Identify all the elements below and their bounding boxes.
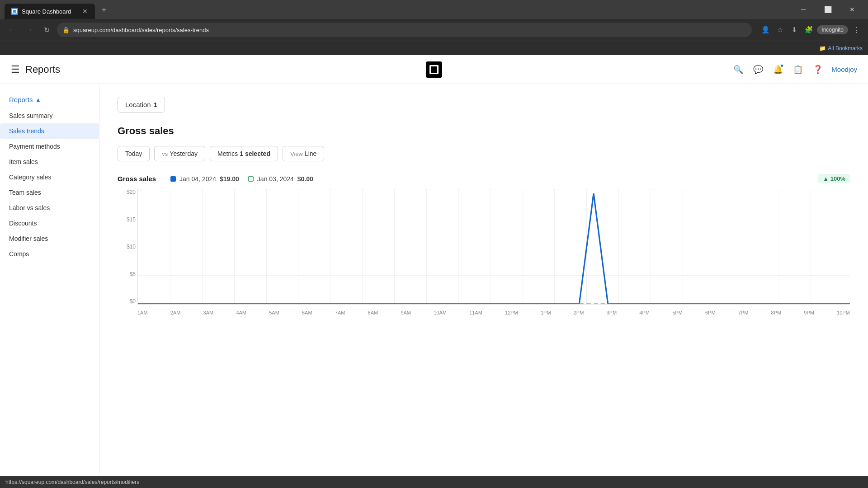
status-bar: https://squareup.com/dashboard/sales/rep… xyxy=(0,476,868,488)
x-label-2am: 2AM xyxy=(170,310,181,315)
x-label-1pm: 1PM xyxy=(541,310,551,315)
section-title: Gross sales xyxy=(118,125,850,137)
legend-today: Jan 04, 2024 $19.00 xyxy=(170,175,239,183)
sidebar-item-team-sales[interactable]: Team sales xyxy=(0,185,99,200)
sidebar-item-modifier-sales[interactable]: Modifier sales xyxy=(0,231,99,246)
x-label-9pm: 9PM xyxy=(804,310,814,315)
app-container: ☰ Reports 🔍 💬 🔔 📋 ❓ Moodjoy Reports ▲ S xyxy=(0,55,868,488)
sidebar-item-payment-methods[interactable]: Payment methods xyxy=(0,139,99,154)
square-logo[interactable] xyxy=(426,61,442,78)
star-icon[interactable]: ☆ xyxy=(774,23,786,36)
all-bookmarks-link[interactable]: 📁 All Bookmarks xyxy=(819,45,863,52)
user-name[interactable]: Moodjoy xyxy=(831,66,857,73)
yesterday-label: Yesterday xyxy=(170,150,198,157)
today-amount: $19.00 xyxy=(220,175,239,183)
x-label-10pm: 10PM xyxy=(837,310,850,315)
chart-plot-area xyxy=(137,189,850,305)
chart-container: Gross sales Jan 04, 2024 $19.00 Jan 03, … xyxy=(118,174,850,315)
x-label-6am: 6AM xyxy=(302,310,312,315)
message-icon[interactable]: 💬 xyxy=(750,61,766,78)
new-tab-button[interactable]: + xyxy=(98,4,110,16)
sidebar-item-comps[interactable]: Comps xyxy=(0,246,99,262)
view-filter-button[interactable]: View Line xyxy=(283,146,324,161)
x-label-4pm: 4PM xyxy=(639,310,650,315)
tab-title: Square Dashboard xyxy=(22,8,78,15)
maximize-button[interactable]: ⬜ xyxy=(817,2,838,17)
browser-tab[interactable]: Square Dashboard ✕ xyxy=(5,4,95,19)
browser-nav-icons: 👤 ☆ ⬇ 🧩 Incognito ⋮ xyxy=(759,23,863,36)
x-label-8pm: 8PM xyxy=(771,310,782,315)
sidebar-item-labor-vs-sales[interactable]: Labor vs sales xyxy=(0,200,99,216)
address-bar[interactable]: 🔒 squareup.com/dashboard/sales/reports/s… xyxy=(57,23,752,37)
legend-yesterday: Jan 03, 2024 $0.00 xyxy=(248,175,313,183)
x-label-10am: 10AM xyxy=(434,310,447,315)
tab-close-button[interactable]: ✕ xyxy=(81,8,89,15)
square-logo-inner xyxy=(429,65,439,74)
reload-button[interactable]: ↻ xyxy=(40,23,53,37)
x-label-3am: 3AM xyxy=(203,310,214,315)
yesterday-amount: $0.00 xyxy=(297,175,313,183)
main-content: Location 1 Gross sales Today vs Yesterda… xyxy=(99,84,868,488)
download-icon[interactable]: ⬇ xyxy=(788,23,801,36)
x-label-8am: 8AM xyxy=(368,310,378,315)
vs-label: vs xyxy=(162,150,168,157)
yesterday-date: Jan 03, 2024 xyxy=(257,175,294,183)
percentage-badge: ▲ 100% xyxy=(818,174,850,183)
chart-title: Gross sales xyxy=(118,175,156,183)
app-title: Reports xyxy=(25,64,60,75)
x-label-5pm: 5PM xyxy=(672,310,683,315)
x-label-2pm: 2PM xyxy=(574,310,584,315)
filter-bar: Today vs Yesterday Metrics 1 selected Vi… xyxy=(118,146,850,161)
view-label: View xyxy=(290,150,303,157)
minimize-button[interactable]: ─ xyxy=(793,2,814,17)
notification-dot xyxy=(780,64,783,67)
app-body: Reports ▲ Sales summary Sales trends Pay… xyxy=(0,84,868,488)
x-label-5am: 5AM xyxy=(269,310,279,315)
sidebar: Reports ▲ Sales summary Sales trends Pay… xyxy=(0,84,99,488)
today-filter-button[interactable]: Today xyxy=(118,146,150,161)
sidebar-section-header[interactable]: Reports ▲ xyxy=(0,93,99,106)
location-count: 1 xyxy=(154,101,157,108)
metrics-label: Metrics xyxy=(217,150,238,157)
y-label-0: $0 xyxy=(118,298,136,305)
metrics-filter-button[interactable]: Metrics 1 selected xyxy=(210,146,278,161)
browser-nav: ← → ↻ 🔒 squareup.com/dashboard/sales/rep… xyxy=(0,19,868,41)
bookmarks-bar: 📁 All Bookmarks xyxy=(0,41,868,55)
close-button[interactable]: ✕ xyxy=(842,2,863,17)
help-icon[interactable]: ❓ xyxy=(810,61,826,78)
sidebar-item-discounts[interactable]: Discounts xyxy=(0,216,99,231)
forward-button[interactable]: → xyxy=(23,23,36,37)
extensions-icon[interactable]: 🧩 xyxy=(802,23,815,36)
location-filter[interactable]: Location 1 xyxy=(118,97,165,113)
sidebar-item-sales-trends[interactable]: Sales trends xyxy=(0,123,99,139)
view-type: Line xyxy=(305,150,316,157)
yesterday-filter-button[interactable]: vs Yesterday xyxy=(154,146,205,161)
location-label: Location xyxy=(125,101,151,108)
sidebar-item-item-sales[interactable]: Item sales xyxy=(0,154,99,169)
x-label-7am: 7AM xyxy=(335,310,345,315)
y-label-20: $20 xyxy=(118,189,136,195)
sidebar-item-category-sales[interactable]: Category sales xyxy=(0,169,99,185)
chart-legend: Gross sales Jan 04, 2024 $19.00 Jan 03, … xyxy=(118,174,850,183)
x-label-7pm: 7PM xyxy=(738,310,749,315)
incognito-badge[interactable]: Incognito xyxy=(817,25,848,34)
tab-favicon xyxy=(11,8,18,15)
header-right: 🔍 💬 🔔 📋 ❓ Moodjoy xyxy=(730,61,857,78)
x-labels: 1AM 2AM 3AM 4AM 5AM 6AM 7AM 8AM 9AM 10AM… xyxy=(137,310,850,315)
notification-icon[interactable]: 🔔 xyxy=(770,61,786,78)
x-label-1am: 1AM xyxy=(137,310,148,315)
app-header: ☰ Reports 🔍 💬 🔔 📋 ❓ Moodjoy xyxy=(0,55,868,84)
x-label-9am: 9AM xyxy=(401,310,411,315)
more-icon[interactable]: ⋮ xyxy=(850,23,863,36)
hamburger-menu[interactable]: ☰ xyxy=(11,64,20,75)
back-button[interactable]: ← xyxy=(5,23,19,37)
grid-line-h-100 xyxy=(138,304,850,305)
x-label-3pm: 3PM xyxy=(607,310,617,315)
y-label-10: $10 xyxy=(118,244,136,250)
today-line xyxy=(138,193,850,303)
reports-icon[interactable]: 📋 xyxy=(790,61,806,78)
incognito-icon: 👤 xyxy=(759,23,772,36)
sidebar-arrow-icon: ▲ xyxy=(36,97,41,103)
search-icon[interactable]: 🔍 xyxy=(730,61,746,78)
sidebar-item-sales-summary[interactable]: Sales summary xyxy=(0,108,99,123)
